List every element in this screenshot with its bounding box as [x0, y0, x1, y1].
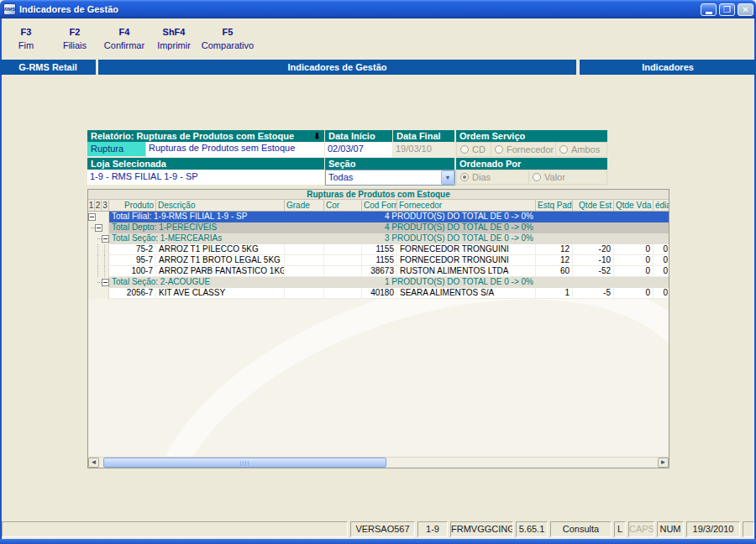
toolbar: F3FimF2FiliaisF4ConfirmarShF4ImprimirF5C… [2, 24, 257, 55]
relatorio-list-item[interactable]: Rupturas de Produtos com Estoque [146, 154, 324, 157]
horizontal-scrollbar[interactable]: ◄ ► [88, 457, 669, 468]
group-level-header-3[interactable]: 3 [102, 200, 109, 211]
status-app-version: 5.65.1 [516, 521, 548, 537]
collapse-minus-icon[interactable] [102, 279, 109, 286]
grid-total-row[interactable]: Total Filial: 1-9-RMS FILIAL 1-9 - SP4 P… [88, 212, 669, 222]
radio-option-ambos: Ambos [556, 142, 607, 157]
ordem-servico-radios: CDFornecedorAmbos [456, 142, 607, 157]
column-header-1[interactable]: Produto [109, 200, 156, 211]
grid-cell-qtde_vda: 0 [614, 266, 654, 277]
report-select-arrow-icon[interactable]: ⬇ [313, 130, 321, 142]
column-header-5[interactable]: Cod Forn [362, 200, 397, 211]
data-inicio-field[interactable]: 02/03/07 [325, 142, 392, 157]
toolbar-button-imprimir[interactable]: ShF4Imprimir [150, 24, 198, 54]
column-header-4[interactable]: Cor [324, 200, 362, 211]
toolbar-button-confirmar[interactable]: F4Confirmar [99, 24, 150, 54]
grid-cell-grade [285, 266, 324, 277]
status-message [2, 521, 348, 537]
grid-cell-estq_pad: 12 [536, 255, 573, 266]
grid-cell-fornecedor: RUSTON ALIMENTOS LTDA [397, 266, 536, 277]
grid-cell-grade [285, 288, 324, 299]
toolbar-button-label: Confirmar [99, 39, 150, 52]
grid-total-row[interactable]: Total Depto: 1-PERECIVEIS4 PRODUTO(S) DO… [88, 222, 669, 233]
loja-header: Loja Selecionada [87, 158, 324, 170]
window-border-bottom [0, 539, 756, 544]
grid-item-row[interactable]: 95-7ARROZ T1 BROTO LEGAL 5KG1155FORNECED… [88, 255, 669, 266]
grid-cell-descricao: ARROZ T1 PILECCO 5KG [156, 244, 285, 255]
column-header-9[interactable]: Qtde Vda [614, 200, 654, 211]
radio-label: CD [472, 144, 486, 154]
app-icon: RMS [3, 3, 16, 15]
window-border-left [0, 18, 2, 539]
grid-cell-empty [654, 222, 669, 233]
group-level-header-1[interactable]: 1 [88, 200, 95, 211]
collapse-minus-icon[interactable] [95, 224, 102, 232]
grid-total-row[interactable]: Total Seção: 1-MERCEARIAs3 PRODUTO(S) DO… [88, 233, 669, 244]
radio-icon [460, 145, 469, 154]
titlebar[interactable]: RMS Indicadores de Gestão ❐ ✕ [0, 0, 756, 18]
chevron-down-icon[interactable]: ▼ [441, 170, 454, 185]
scrollbar-track[interactable] [99, 458, 658, 468]
radio-icon [533, 173, 541, 181]
collapse-minus-icon[interactable] [88, 213, 96, 221]
scrollbar-thumb[interactable] [103, 458, 386, 468]
column-header-7[interactable]: Estq Pad [536, 200, 573, 211]
grid-caption: Rupturas de Produtos com Estoque [88, 190, 669, 200]
appbar-module-title: Indicadores de Gestão [98, 60, 576, 75]
column-header-6[interactable]: Fornecedor [397, 200, 536, 211]
grid-cell-grade [285, 255, 324, 266]
grid-cell-empty [573, 212, 614, 222]
grid-cell-descricao: ARROZ T1 BROTO LEGAL 5KG [156, 255, 285, 266]
grid-cell-grade [285, 244, 324, 255]
scroll-left-icon[interactable]: ◄ [88, 458, 99, 468]
grid-cell-empty [536, 233, 573, 244]
grid-item-row[interactable]: 100-7ARROZ PARB FANTASTICO 1KG38673RUSTO… [88, 266, 669, 277]
column-header-8[interactable]: Qtde Est [573, 200, 614, 211]
tree-indent-cell [88, 212, 109, 222]
results-grid: Rupturas de Produtos com Estoque 123Prod… [87, 189, 669, 468]
grid-cell-media: 0 [654, 255, 669, 266]
grid-cell-cor [324, 266, 362, 277]
restore-button[interactable]: ❐ [719, 3, 735, 16]
total-row-label: Total Seção: 1-MERCEARIAs [109, 233, 362, 244]
collapse-minus-icon[interactable] [102, 235, 109, 243]
relatorio-listbox[interactable]: Rupturas de Produtos sem Estoque Ruptura… [145, 142, 324, 157]
minimize-button[interactable] [701, 3, 717, 16]
close-button[interactable]: ✕ [738, 3, 753, 16]
tree-indent-cell [88, 244, 109, 255]
toolbar-key-label: F4 [99, 25, 150, 39]
grid-cell-cod_forn: 1155 [362, 244, 397, 255]
column-header-3[interactable]: Grade [285, 200, 324, 211]
tree-indent-cell [88, 266, 109, 277]
secao-combobox[interactable]: Todas ▼ [325, 170, 455, 186]
loja-field[interactable]: 1-9 - RMS FILIAL 1-9 - SP [87, 170, 324, 185]
grid-cell-cor [324, 244, 362, 255]
radio-icon [460, 173, 469, 181]
ordenado-por-radios: DiasValor [456, 170, 607, 185]
group-level-header-2[interactable]: 2 [95, 200, 102, 211]
grid-cell-fornecedor: SEARA ALIMENTOS S/A [397, 288, 536, 299]
total-row-label: Total Filial: 1-9-RMS FILIAL 1-9 - SP [109, 212, 362, 222]
relatorio-list-item[interactable]: Rupturas de Produtos sem Estoque [146, 142, 324, 154]
toolbar-button-filiais[interactable]: F2Filiais [50, 24, 99, 54]
grid-cell-empty [573, 222, 614, 233]
data-final-header: Data Final [393, 130, 454, 142]
grid-cell-media: 0 [654, 288, 669, 299]
grid-cell-qtde_est: -10 [573, 255, 614, 266]
grid-total-row[interactable]: Total Seção: 2-ACOUGUE1 PRODUTO(S) DO TO… [88, 277, 669, 288]
grid-cell-empty [654, 212, 669, 222]
grid-cell-qtde_est: -20 [573, 244, 614, 255]
scroll-right-icon[interactable]: ► [658, 458, 669, 468]
toolbar-button-fim[interactable]: F3Fim [2, 24, 50, 54]
tree-indent-cell [88, 233, 109, 244]
window-title: Indicadores de Gestão [19, 4, 701, 14]
grid-item-row[interactable]: 75-2ARROZ T1 PILECCO 5KG1155FORNECEDOR T… [88, 244, 669, 255]
column-header-2[interactable]: Descrição [156, 200, 285, 211]
grid-cell-empty [536, 222, 573, 233]
grid-item-row[interactable]: 2056-7KIT AVE CLASSY40180SEARA ALIMENTOS… [88, 288, 669, 299]
toolbar-button-comparativo[interactable]: F5Comparativo [198, 24, 257, 54]
radio-icon [495, 145, 503, 154]
secao-header: Seção [325, 158, 454, 170]
column-header-10[interactable]: édia [654, 200, 669, 211]
toolbar-button-label: Fim [2, 39, 50, 52]
